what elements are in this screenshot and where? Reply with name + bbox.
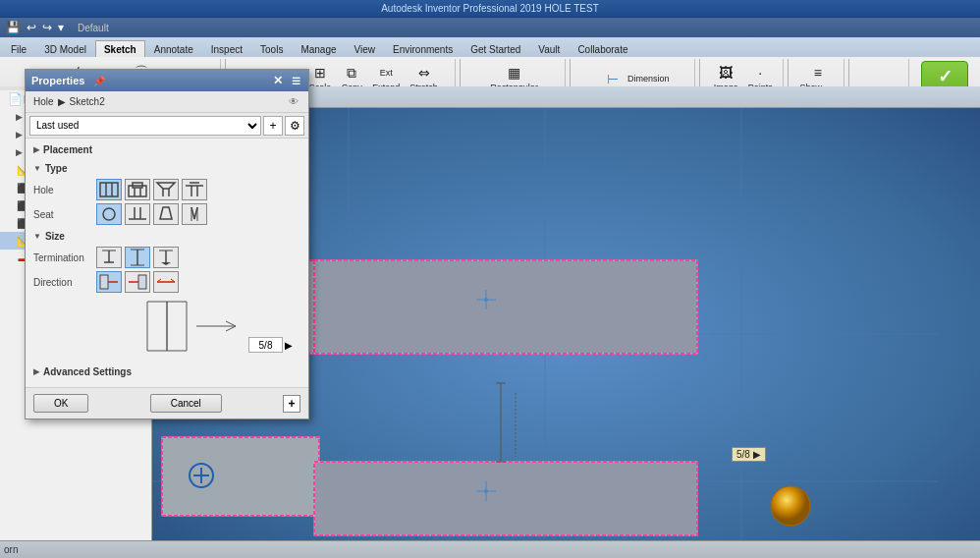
hole-type-simple[interactable] bbox=[96, 179, 122, 200]
tab-sketch[interactable]: Sketch bbox=[95, 40, 145, 57]
size-value-input[interactable] bbox=[248, 337, 283, 353]
preset-select[interactable]: Last used bbox=[29, 116, 261, 136]
tab-getstarted[interactable]: Get Started bbox=[462, 40, 529, 57]
svg-point-29 bbox=[771, 486, 810, 526]
direction-row: Direction bbox=[33, 271, 300, 293]
tab-view[interactable]: View bbox=[346, 40, 385, 57]
qat-undo[interactable]: ↩ bbox=[25, 21, 38, 34]
termination-label: Termination bbox=[33, 252, 92, 263]
breadcrumb-sep: ▶ bbox=[58, 96, 66, 107]
show-format-icon: ≡ bbox=[807, 63, 829, 83]
scale-icon: ⊞ bbox=[309, 63, 331, 83]
type-arrow: ▼ bbox=[33, 164, 41, 173]
term-through-icon bbox=[127, 249, 148, 266]
tab-environments[interactable]: Environments bbox=[384, 40, 462, 57]
dir-negative[interactable] bbox=[125, 271, 150, 293]
placement-header[interactable]: ▶ Placement bbox=[33, 142, 300, 157]
tab-vault[interactable]: Vault bbox=[529, 40, 569, 57]
expand-icon-origin: ▶ bbox=[16, 147, 23, 157]
tab-inspect[interactable]: Inspect bbox=[202, 40, 251, 57]
svg-rect-7 bbox=[314, 260, 697, 354]
tab-tools[interactable]: Tools bbox=[251, 40, 292, 57]
tab-3dmodel[interactable]: 3D Model bbox=[35, 40, 95, 57]
hole-type-countersink[interactable] bbox=[153, 179, 179, 200]
size-diagram: ▶ bbox=[33, 297, 300, 361]
seat-flat[interactable] bbox=[125, 203, 150, 225]
cancel-button[interactable]: Cancel bbox=[150, 394, 222, 413]
counterbore-icon bbox=[127, 181, 148, 198]
term-to-next-icon bbox=[155, 249, 177, 266]
seat-none[interactable] bbox=[96, 203, 122, 225]
dialog-title: Properties bbox=[31, 75, 84, 86]
ok-button[interactable]: OK bbox=[33, 394, 88, 413]
tab-collaborate[interactable]: Collaborate bbox=[569, 40, 636, 57]
expand-icon: ▶ bbox=[16, 112, 23, 122]
hole-type-counterbore[interactable] bbox=[125, 179, 150, 200]
preset-add-btn[interactable]: + bbox=[263, 116, 283, 136]
term-distance[interactable] bbox=[96, 247, 122, 268]
preset-settings-btn[interactable]: ⚙ bbox=[285, 116, 304, 136]
term-distance-icon bbox=[98, 249, 120, 266]
spotface-icon bbox=[184, 181, 205, 198]
tab-file[interactable]: File bbox=[2, 40, 35, 57]
seat-buttons bbox=[96, 203, 207, 225]
hole-type-spotface[interactable] bbox=[182, 179, 207, 200]
seat-label: Seat bbox=[33, 209, 92, 220]
seat-none-icon bbox=[98, 205, 120, 223]
svg-marker-48 bbox=[160, 207, 172, 219]
title-bar: Autodesk Inventor Professional 2019 HOLE… bbox=[0, 0, 980, 18]
size-header[interactable]: ▼ Size bbox=[33, 229, 300, 244]
quick-access-toolbar: 💾 ↩ ↪ ▾ Default bbox=[0, 18, 980, 37]
term-to-next[interactable] bbox=[153, 247, 179, 268]
type-label: Type bbox=[45, 163, 68, 174]
countersink-icon bbox=[155, 181, 177, 198]
size-unit-arrow: ▶ bbox=[285, 340, 293, 351]
qat-redo[interactable]: ↪ bbox=[40, 21, 54, 34]
size-value-area: ▶ bbox=[248, 337, 293, 353]
size-arrow: ▼ bbox=[33, 232, 41, 241]
svg-rect-60 bbox=[100, 275, 108, 289]
file-icon: 📄 bbox=[8, 92, 22, 106]
dir-negative-icon bbox=[127, 273, 148, 291]
points-icon: · bbox=[749, 63, 771, 83]
breadcrumb-hole: Hole bbox=[33, 96, 54, 107]
svg-rect-17 bbox=[314, 462, 697, 535]
dialog-title-bar: Properties 📌 ✕ ☰ bbox=[26, 70, 308, 91]
dialog-breadcrumb: Hole ▶ Sketch2 👁 bbox=[26, 91, 308, 113]
dir-symmetric[interactable] bbox=[153, 271, 179, 293]
direction-buttons bbox=[96, 271, 179, 293]
section-advanced: ▶ Advanced Settings bbox=[33, 364, 300, 379]
termination-buttons bbox=[96, 247, 179, 268]
breadcrumb-eye-btn[interactable]: 👁 bbox=[287, 95, 300, 109]
footer-add-btn[interactable]: + bbox=[283, 395, 300, 413]
term-through-all[interactable] bbox=[125, 247, 150, 268]
hole-type-row: Hole bbox=[33, 179, 300, 200]
svg-rect-62 bbox=[138, 275, 146, 289]
section-size: ▼ Size Termination bbox=[33, 229, 300, 361]
dir-symmetric-icon bbox=[155, 273, 177, 291]
tab-manage[interactable]: Manage bbox=[292, 40, 345, 57]
dialog-pin-btn[interactable]: 📌 bbox=[92, 74, 106, 87]
copy-icon: ⧉ bbox=[341, 63, 362, 83]
stretch-icon: ⇔ bbox=[413, 63, 435, 83]
breadcrumb-sketch2: Sketch2 bbox=[70, 96, 105, 107]
advanced-arrow: ▶ bbox=[33, 367, 39, 376]
seat-vshape-icon bbox=[184, 205, 205, 223]
seat-angle[interactable] bbox=[153, 203, 179, 225]
svg-line-74 bbox=[226, 326, 236, 331]
qat-save[interactable]: 💾 bbox=[4, 21, 23, 34]
placement-arrow: ▶ bbox=[33, 145, 39, 154]
type-header[interactable]: ▼ Type bbox=[33, 161, 300, 176]
svg-rect-30 bbox=[100, 183, 118, 196]
seat-vshape[interactable] bbox=[182, 203, 207, 225]
workspace-name: Default bbox=[78, 23, 109, 33]
advanced-header[interactable]: ▶ Advanced Settings bbox=[33, 364, 300, 379]
dialog-close-btn[interactable]: ✕ bbox=[273, 74, 283, 87]
tab-annotate[interactable]: Annotate bbox=[145, 40, 202, 57]
dialog-menu-btn[interactable]: ☰ bbox=[289, 74, 302, 87]
expand-icon-view: ▶ bbox=[16, 130, 23, 140]
qat-settings[interactable]: ▾ bbox=[56, 21, 66, 34]
size-label: Size bbox=[45, 231, 65, 242]
dir-positive[interactable] bbox=[96, 271, 122, 293]
direction-label: Direction bbox=[33, 277, 92, 288]
